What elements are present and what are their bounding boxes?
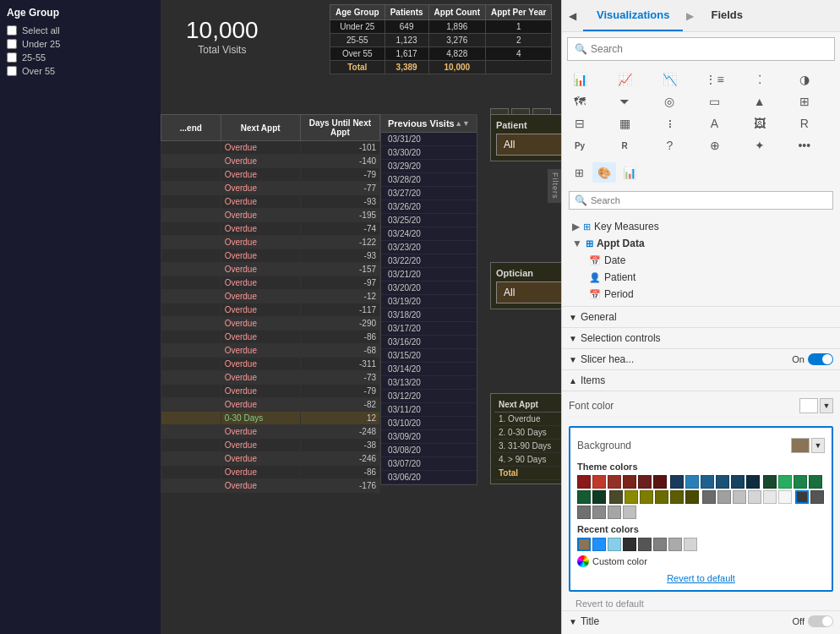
list-item[interactable]: 03/13/20 xyxy=(381,376,477,390)
background-dropdown-icon[interactable]: ▼ xyxy=(811,438,825,453)
optician-select[interactable]: All xyxy=(496,281,561,303)
filters-tab[interactable]: Filters xyxy=(548,169,561,203)
list-item[interactable]: 03/24/20 xyxy=(381,227,477,241)
list-item[interactable]: 03/15/20 xyxy=(381,349,477,363)
checkbox-under25-input[interactable] xyxy=(7,39,17,49)
recent-color-swatch[interactable] xyxy=(608,538,621,551)
theme-color-swatch[interactable] xyxy=(778,475,792,489)
viz-combo-chart-icon[interactable]: ⋮≡ xyxy=(702,69,728,90)
theme-color-swatch[interactable] xyxy=(685,490,699,504)
list-item[interactable]: 03/16/20 xyxy=(381,336,477,349)
list-item[interactable]: 03/18/20 xyxy=(381,309,477,322)
theme-color-swatch[interactable] xyxy=(653,475,667,489)
font-color-dropdown-icon[interactable]: ▼ xyxy=(820,398,833,413)
viz-treemap-icon[interactable]: ▦ xyxy=(612,113,637,134)
theme-color-swatch[interactable] xyxy=(638,475,652,489)
field-date[interactable]: 📅 Date xyxy=(586,252,833,269)
optician-select-wrapper[interactable]: All ▼ xyxy=(496,281,561,303)
viz-pie-chart-icon[interactable]: ◑ xyxy=(792,69,817,90)
theme-color-swatch[interactable] xyxy=(608,475,621,489)
patient-select[interactable]: All xyxy=(496,134,561,156)
field-period[interactable]: 📅 Period xyxy=(586,286,833,303)
viz-decomp-icon[interactable]: ⊕ xyxy=(702,135,728,156)
recent-color-swatch[interactable] xyxy=(668,538,682,551)
list-item[interactable]: 03/09/20 xyxy=(381,430,477,444)
checkbox-over55[interactable]: Over 55 xyxy=(7,64,154,78)
theme-color-swatch[interactable] xyxy=(763,475,777,489)
tab-visualizations[interactable]: Visualizations xyxy=(583,0,683,31)
list-item[interactable]: 03/10/20 xyxy=(381,417,477,430)
list-item[interactable]: 03/14/20 xyxy=(381,363,477,376)
viz-search-input[interactable] xyxy=(591,43,827,55)
recent-color-swatch[interactable] xyxy=(577,538,591,551)
viz-shape-icon[interactable]: R xyxy=(792,113,817,134)
viz-bar-chart-icon[interactable]: 📊 xyxy=(567,69,592,90)
viz-scatter-icon[interactable]: ⁚ xyxy=(747,69,772,90)
viz-gauge-icon[interactable]: ◎ xyxy=(657,91,682,112)
viz-matrix-icon[interactable]: ⊟ xyxy=(567,113,592,134)
section-selection-controls[interactable]: ▼ Selection controls xyxy=(562,327,840,348)
list-item[interactable]: 03/27/20 xyxy=(381,187,477,200)
viz-funnel-icon[interactable]: ⏷ xyxy=(612,91,637,112)
theme-color-swatch[interactable] xyxy=(748,490,761,504)
viz-text-icon[interactable]: A xyxy=(702,113,728,134)
theme-color-swatch[interactable] xyxy=(670,490,684,504)
checkbox-under25[interactable]: Under 25 xyxy=(7,37,154,51)
list-item[interactable]: 03/23/20 xyxy=(381,241,477,254)
theme-color-swatch[interactable] xyxy=(701,475,714,489)
theme-color-swatch[interactable] xyxy=(685,475,699,489)
theme-color-swatch[interactable] xyxy=(670,475,684,489)
theme-color-swatch[interactable] xyxy=(608,506,621,519)
collapse-left-icon[interactable]: ◀ xyxy=(562,3,583,29)
list-item[interactable]: 03/20/20 xyxy=(381,281,477,295)
theme-color-swatch[interactable] xyxy=(623,506,636,519)
font-color-picker[interactable]: ▼ xyxy=(799,398,833,413)
checkbox-select-all-input[interactable] xyxy=(7,25,17,36)
recent-color-swatch[interactable] xyxy=(653,538,667,551)
background-color-swatch[interactable] xyxy=(791,438,810,453)
fields-appt-data[interactable]: ▼ ⊞ Appt Data xyxy=(569,235,833,252)
theme-color-swatch[interactable] xyxy=(716,475,729,489)
theme-color-swatch[interactable] xyxy=(763,490,777,504)
recent-color-swatch[interactable] xyxy=(684,538,697,551)
theme-color-swatch[interactable] xyxy=(733,490,746,504)
viz-search-bar[interactable]: 🔍 xyxy=(567,37,835,61)
section-slicer-header[interactable]: ▼ Slicer hea... On xyxy=(562,348,840,369)
custom-color-button[interactable]: Custom color xyxy=(577,553,825,570)
checkbox-select-all[interactable]: Select all xyxy=(7,24,154,37)
theme-color-swatch[interactable] xyxy=(640,490,653,504)
section-items[interactable]: ▲ Items xyxy=(562,369,840,391)
format-fields-icon[interactable]: ⊞ xyxy=(567,162,591,183)
list-item[interactable]: 03/08/20 xyxy=(381,444,477,457)
theme-color-swatch[interactable] xyxy=(625,490,638,504)
checkbox-over55-input[interactable] xyxy=(7,66,17,76)
theme-color-swatch[interactable] xyxy=(577,506,591,519)
theme-color-swatch[interactable] xyxy=(794,475,807,489)
list-item[interactable]: 03/12/20 xyxy=(381,390,477,403)
list-item[interactable]: 03/31/20 xyxy=(381,133,477,146)
revert-to-default-link[interactable]: Revert to default xyxy=(577,573,825,583)
patient-select-wrapper[interactable]: All ▼ xyxy=(496,134,561,156)
theme-color-swatch[interactable] xyxy=(592,506,606,519)
section-title[interactable]: ▼ Title Off xyxy=(562,610,840,631)
recent-color-swatch[interactable] xyxy=(623,538,636,551)
list-item[interactable]: 03/28/20 xyxy=(381,173,477,187)
viz-table-icon[interactable]: ⊞ xyxy=(792,91,817,112)
list-item[interactable]: 03/19/20 xyxy=(381,295,477,309)
prev-visits-sort-icon[interactable]: ▲▼ xyxy=(455,119,470,128)
viz-image-icon[interactable]: 🖼 xyxy=(747,113,772,134)
viz-key-influencer-icon[interactable]: ✦ xyxy=(747,135,772,156)
theme-color-swatch[interactable] xyxy=(731,475,745,489)
checkbox-25-55[interactable]: 25-55 xyxy=(7,51,154,64)
font-color-swatch[interactable] xyxy=(799,398,818,413)
viz-r-icon[interactable]: R xyxy=(612,135,637,156)
theme-color-swatch[interactable] xyxy=(795,490,809,504)
theme-color-swatch[interactable] xyxy=(655,490,668,504)
viz-more-icon[interactable]: ••• xyxy=(792,135,817,156)
viz-py-icon[interactable]: Py xyxy=(567,135,592,156)
viz-waterfall-icon[interactable]: ⫶ xyxy=(657,113,682,134)
theme-color-swatch[interactable] xyxy=(609,490,623,504)
theme-color-swatch[interactable] xyxy=(778,490,792,504)
theme-color-swatch[interactable] xyxy=(592,475,606,489)
theme-color-swatch[interactable] xyxy=(592,490,606,504)
